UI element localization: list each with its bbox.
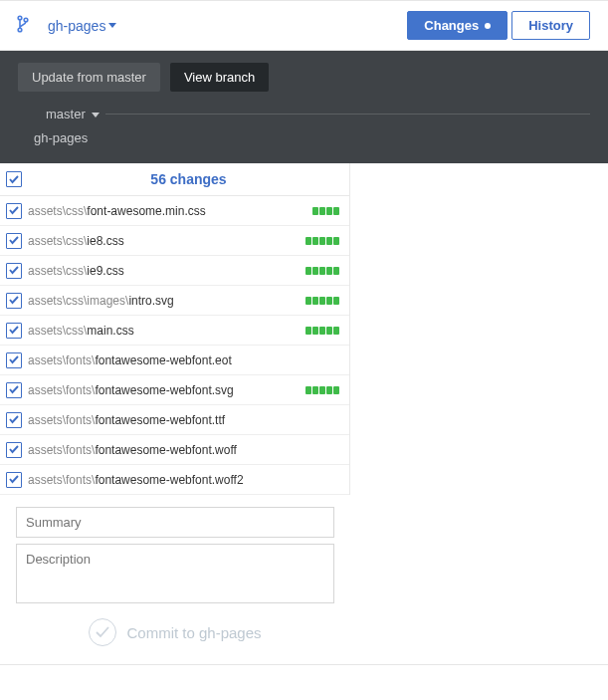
- file-checkbox[interactable]: [6, 412, 22, 428]
- description-input[interactable]: [16, 544, 334, 603]
- file-check-cell: [0, 263, 28, 279]
- update-from-master-button[interactable]: Update from master: [18, 63, 160, 92]
- diff-add-block: [312, 267, 318, 275]
- file-check-cell: [0, 382, 28, 398]
- file-row[interactable]: assets\css\font-awesome.min.css: [0, 196, 349, 226]
- file-row[interactable]: assets\css\ie9.css: [0, 256, 349, 286]
- diff-add-block: [312, 207, 318, 215]
- file-checkbox[interactable]: [6, 233, 22, 249]
- diff-add-block: [305, 327, 311, 335]
- file-check-cell: [0, 323, 28, 339]
- view-branch-button[interactable]: View branch: [170, 63, 269, 92]
- check-icon: [9, 326, 19, 335]
- summary-input[interactable]: [16, 507, 334, 538]
- file-path: assets\css\ie8.css: [28, 234, 305, 248]
- commit-form: Commit to gh-pages: [0, 495, 350, 658]
- commit-button[interactable]: Commit to gh-pages: [16, 618, 334, 646]
- file-name: ie8.css: [87, 234, 123, 248]
- file-checkbox[interactable]: [6, 382, 22, 398]
- file-dir: assets\css\: [28, 204, 87, 218]
- file-checkbox[interactable]: [6, 352, 22, 368]
- diff-add-block: [333, 267, 339, 275]
- branch-line: [105, 114, 590, 115]
- diff-add-block: [326, 207, 332, 215]
- check-icon: [9, 415, 19, 424]
- check-icon: [9, 266, 19, 275]
- file-name: fontawesome-webfont.woff2: [95, 473, 243, 487]
- select-all-checkbox[interactable]: [6, 171, 22, 187]
- file-path: assets\css\font-awesome.min.css: [28, 204, 312, 218]
- file-dir: assets\fonts\: [28, 383, 95, 397]
- file-row[interactable]: assets\css\images\intro.svg: [0, 286, 349, 316]
- svg-point-1: [24, 18, 28, 22]
- file-row[interactable]: assets\css\main.css: [0, 316, 349, 346]
- file-name: fontawesome-webfont.ttf: [95, 413, 225, 427]
- branch-bar-buttons: Update from master View branch: [18, 63, 590, 92]
- diff-stat: [305, 237, 339, 245]
- file-path: assets\fonts\fontawesome-webfont.ttf: [28, 413, 339, 427]
- check-icon: [9, 296, 19, 305]
- file-checkbox[interactable]: [6, 323, 22, 339]
- changes-header: 56 changes: [0, 163, 350, 196]
- changes-dot-icon: [485, 23, 491, 29]
- file-row[interactable]: assets\fonts\fontawesome-webfont.woff2: [0, 465, 349, 495]
- file-row[interactable]: assets\fonts\fontawesome-webfont.ttf: [0, 405, 349, 435]
- branch-label-master: master: [46, 107, 86, 121]
- file-checkbox[interactable]: [6, 203, 22, 219]
- branch-bar: Update from master View branch master gh…: [0, 51, 608, 163]
- branch-row-gh-pages[interactable]: gh-pages: [18, 129, 590, 153]
- diff-stat: [305, 297, 339, 305]
- file-path: assets\css\ie9.css: [28, 264, 305, 278]
- file-name: font-awesome.min.css: [87, 204, 205, 218]
- diff-add-block: [319, 207, 325, 215]
- diff-add-block: [312, 237, 318, 245]
- topbar-tabs: Changes History: [407, 11, 590, 40]
- topbar-left: gh-pages: [16, 15, 116, 36]
- file-name: fontawesome-webfont.woff: [95, 443, 237, 457]
- diff-add-block: [305, 267, 311, 275]
- branch-selector[interactable]: gh-pages: [48, 18, 116, 34]
- file-row[interactable]: assets\fonts\fontawesome-webfont.svg: [0, 375, 349, 405]
- check-icon: [9, 175, 19, 184]
- file-name: main.css: [87, 324, 133, 338]
- diff-stat: [305, 327, 339, 335]
- select-all-cell: [0, 163, 28, 195]
- diff-add-block: [305, 237, 311, 245]
- file-name: fontawesome-webfont.svg: [95, 383, 233, 397]
- file-path: assets\fonts\fontawesome-webfont.woff2: [28, 473, 339, 487]
- file-path: assets\css\main.css: [28, 324, 305, 338]
- caret-down-icon: [92, 113, 100, 118]
- check-icon: [9, 206, 19, 215]
- file-name: intro.svg: [128, 294, 173, 308]
- file-list: assets\css\font-awesome.min.cssassets\cs…: [0, 196, 350, 495]
- branch-row-master[interactable]: master: [18, 106, 590, 129]
- diff-add-block: [333, 297, 339, 305]
- file-dir: assets\fonts\: [28, 413, 95, 427]
- check-icon: [9, 475, 19, 484]
- diff-add-block: [333, 237, 339, 245]
- diff-add-block: [305, 297, 311, 305]
- diff-add-block: [305, 386, 311, 394]
- file-checkbox[interactable]: [6, 293, 22, 309]
- check-icon: [9, 355, 19, 364]
- file-name: ie9.css: [87, 264, 123, 278]
- file-checkbox[interactable]: [6, 472, 22, 488]
- file-path: assets\fonts\fontawesome-webfont.svg: [28, 383, 305, 397]
- file-checkbox[interactable]: [6, 263, 22, 279]
- file-row[interactable]: assets\css\ie8.css: [0, 226, 349, 256]
- diff-add-block: [326, 386, 332, 394]
- file-row[interactable]: assets\fonts\fontawesome-webfont.woff: [0, 435, 349, 465]
- file-row[interactable]: assets\fonts\fontawesome-webfont.eot: [0, 346, 349, 375]
- diff-add-block: [333, 327, 339, 335]
- diff-add-block: [319, 386, 325, 394]
- changes-count: 56 changes: [28, 163, 349, 195]
- file-dir: assets\css\: [28, 264, 87, 278]
- tab-changes[interactable]: Changes: [407, 11, 507, 40]
- diff-add-block: [319, 267, 325, 275]
- file-checkbox[interactable]: [6, 442, 22, 458]
- file-check-cell: [0, 412, 28, 428]
- tab-history[interactable]: History: [511, 11, 590, 40]
- caret-down-icon: [108, 23, 116, 29]
- diff-add-block: [312, 297, 318, 305]
- branch-icon: [16, 15, 30, 36]
